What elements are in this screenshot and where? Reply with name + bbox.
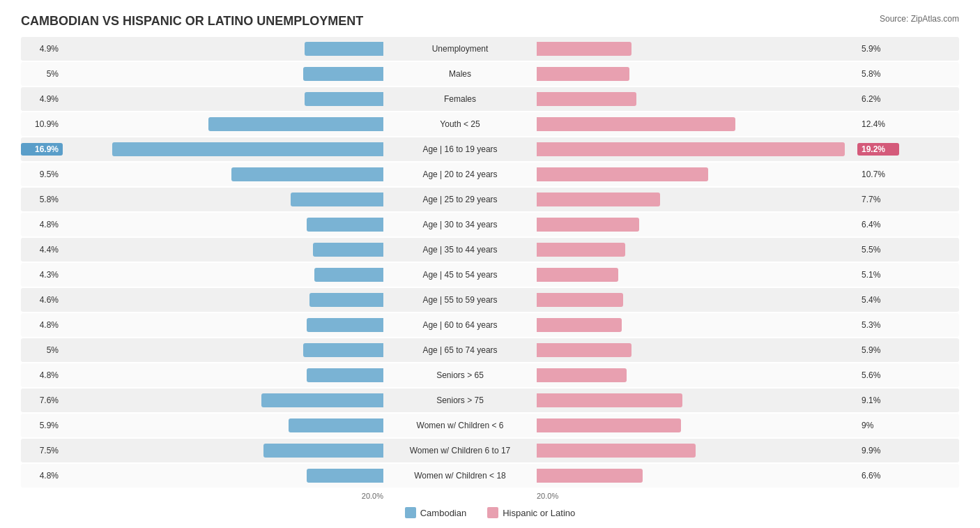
center-label-0: Unemployment xyxy=(383,44,537,54)
center-label-16: Women w/ Children 6 to 17 xyxy=(383,446,537,455)
legend-cambodian: Cambodian xyxy=(405,507,467,518)
row-inner-14: 7.6% Seniors > 75 9.1% xyxy=(21,389,959,412)
left-value-12: 5% xyxy=(21,345,63,355)
chart-row: 10.9% Youth < 25 12.4% xyxy=(21,112,959,136)
axis-left-value: 20.0% xyxy=(63,492,383,500)
left-value-3: 10.9% xyxy=(21,119,63,129)
chart-header: CAMBODIAN VS HISPANIC OR LATINO UNEMPLOY… xyxy=(21,14,959,29)
left-bar-wrap-12 xyxy=(63,342,383,359)
center-label-11: Age | 60 to 64 years xyxy=(383,320,537,330)
row-inner-6: 5.8% Age | 25 to 29 years 7.7% xyxy=(21,188,959,211)
right-bar-2 xyxy=(537,92,636,106)
right-bar-wrap-2 xyxy=(537,91,857,107)
left-bar-wrap-9 xyxy=(63,266,383,283)
left-bar-4 xyxy=(112,142,383,156)
right-value-13: 5.6% xyxy=(857,370,899,380)
right-bar-13 xyxy=(537,368,627,382)
right-bar-wrap-17 xyxy=(537,467,857,484)
right-value-10: 5.4% xyxy=(857,295,899,305)
center-label-17: Women w/ Children < 18 xyxy=(383,471,537,481)
right-bar-8 xyxy=(537,243,625,257)
row-inner-12: 5% Age | 65 to 74 years 5.9% xyxy=(21,338,959,362)
row-inner-4: 16.9% Age | 16 to 19 years 19.2% xyxy=(21,137,959,161)
center-label-13: Seniors > 65 xyxy=(383,370,537,380)
right-bar-7 xyxy=(537,218,639,232)
right-bar-wrap-15 xyxy=(537,417,857,434)
left-value-7: 4.8% xyxy=(21,220,63,229)
row-inner-11: 4.8% Age | 60 to 64 years 5.3% xyxy=(21,313,959,337)
left-bar-1 xyxy=(303,67,383,81)
left-bar-13 xyxy=(307,368,383,382)
chart-row: 7.5% Women w/ Children 6 to 17 9.9% xyxy=(21,439,959,462)
chart-row: 4.8% Seniors > 65 5.6% xyxy=(21,363,959,387)
right-bar-4 xyxy=(537,142,845,156)
right-value-16: 9.9% xyxy=(857,446,899,455)
right-bar-3 xyxy=(537,117,735,131)
right-bar-wrap-5 xyxy=(537,166,857,183)
center-label-12: Age | 65 to 74 years xyxy=(383,345,537,355)
right-bar-14 xyxy=(537,393,682,407)
row-inner-10: 4.6% Age | 55 to 59 years 5.4% xyxy=(21,288,959,312)
left-value-6: 5.8% xyxy=(21,195,63,204)
right-value-12: 5.9% xyxy=(857,345,899,355)
center-label-1: Males xyxy=(383,69,537,79)
chart-container: CAMBODIAN VS HISPANIC OR LATINO UNEMPLOY… xyxy=(0,0,980,528)
right-bar-9 xyxy=(537,268,618,282)
right-value-7: 6.4% xyxy=(857,220,899,229)
left-bar-wrap-3 xyxy=(63,116,383,133)
left-bar-14 xyxy=(261,393,383,407)
left-value-11: 4.8% xyxy=(21,320,63,330)
axis-row: 20.0% 20.0% xyxy=(21,492,959,500)
left-bar-wrap-15 xyxy=(63,417,383,434)
right-bar-11 xyxy=(537,318,622,332)
left-bar-wrap-4 xyxy=(63,141,383,158)
right-bar-wrap-4 xyxy=(537,141,857,158)
right-bar-wrap-8 xyxy=(537,241,857,258)
left-value-17: 4.8% xyxy=(21,471,63,481)
center-label-4: Age | 16 to 19 years xyxy=(383,144,537,154)
right-value-5: 10.7% xyxy=(857,169,899,179)
left-bar-3 xyxy=(208,117,383,131)
left-bar-15 xyxy=(289,418,383,432)
right-value-6: 7.7% xyxy=(857,195,899,204)
right-bar-wrap-9 xyxy=(537,266,857,283)
left-value-8: 4.4% xyxy=(21,245,63,255)
legend-hispanic-label: Hispanic or Latino xyxy=(503,508,575,518)
left-bar-wrap-1 xyxy=(63,66,383,82)
chart-row: 4.8% Women w/ Children < 18 6.6% xyxy=(21,464,959,488)
right-value-11: 5.3% xyxy=(857,320,899,330)
right-bar-wrap-16 xyxy=(537,442,857,459)
chart-row: 9.5% Age | 20 to 24 years 10.7% xyxy=(21,163,959,186)
right-bar-wrap-12 xyxy=(537,342,857,359)
chart-row: 16.9% Age | 16 to 19 years 19.2% xyxy=(21,137,959,161)
right-value-15: 9% xyxy=(857,421,899,430)
left-bar-12 xyxy=(303,343,383,357)
left-bar-wrap-2 xyxy=(63,91,383,107)
legend-cambodian-box xyxy=(405,507,416,518)
chart-row: 4.4% Age | 35 to 44 years 5.5% xyxy=(21,238,959,262)
right-value-2: 6.2% xyxy=(857,94,899,104)
center-label-9: Age | 45 to 54 years xyxy=(383,270,537,280)
row-inner-17: 4.8% Women w/ Children < 18 6.6% xyxy=(21,464,959,488)
left-bar-wrap-5 xyxy=(63,166,383,183)
left-value-1: 5% xyxy=(21,69,63,79)
left-value-14: 7.6% xyxy=(21,395,63,405)
right-bar-1 xyxy=(537,67,629,81)
left-bar-wrap-7 xyxy=(63,216,383,233)
left-bar-2 xyxy=(305,92,383,106)
chart-title: CAMBODIAN VS HISPANIC OR LATINO UNEMPLOY… xyxy=(21,14,363,29)
right-bar-10 xyxy=(537,293,623,307)
chart-row: 5% Age | 65 to 74 years 5.9% xyxy=(21,338,959,362)
chart-row: 5% Males 5.8% xyxy=(21,62,959,86)
left-value-9: 4.3% xyxy=(21,270,63,280)
chart-row: 4.6% Age | 55 to 59 years 5.4% xyxy=(21,288,959,312)
right-bar-wrap-14 xyxy=(537,392,857,409)
right-bar-wrap-1 xyxy=(537,66,857,82)
right-bar-wrap-6 xyxy=(537,191,857,208)
chart-row: 4.9% Unemployment 5.9% xyxy=(21,37,959,61)
left-bar-0 xyxy=(305,42,383,56)
left-bar-11 xyxy=(307,318,383,332)
left-bar-5 xyxy=(231,167,384,181)
chart-row: 4.3% Age | 45 to 54 years 5.1% xyxy=(21,263,959,287)
chart-row: 4.8% Age | 60 to 64 years 5.3% xyxy=(21,313,959,337)
